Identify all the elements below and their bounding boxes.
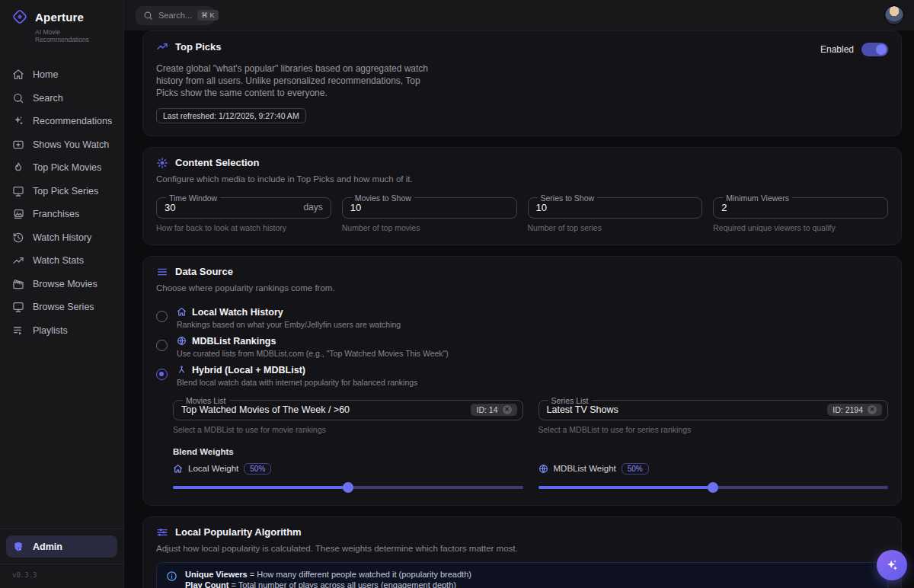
field-label: Minimum Viewers: [723, 193, 792, 203]
sidebar-item-label: Top Pick Series: [33, 186, 98, 197]
playlist-icon: [12, 324, 24, 337]
field-value-input[interactable]: 10: [350, 202, 361, 213]
section-subtitle: Configure which media to include in Top …: [156, 174, 888, 184]
info-text: = Total number of plays across all users…: [232, 580, 456, 588]
field-helper: Number of top series: [528, 223, 703, 232]
field-helper: Required unique viewers to qualify: [713, 223, 888, 232]
slider-label: Local Weight: [188, 464, 238, 473]
history-icon: [12, 232, 24, 244]
local-weight-slider-group: Local Weight 50%: [173, 463, 523, 493]
blend-weights-title: Blend Weights: [173, 447, 888, 456]
radio-label: Local Watch History: [192, 307, 283, 318]
info-term: Play Count: [185, 580, 228, 588]
last-refreshed-badge: Last refreshed: 1/12/2026, 9:27:40 AM: [156, 108, 306, 123]
sidebar-item-search[interactable]: Search: [6, 87, 117, 110]
local-weight-slider[interactable]: [173, 482, 523, 493]
image-stack-icon: [12, 208, 24, 220]
sliders-icon: [156, 526, 168, 538]
top-picks-card: Top Picks Enabled Create global "what's …: [142, 30, 902, 136]
radio-description: Rankings based on what your Emby/Jellyfi…: [177, 320, 401, 329]
field-series-to-show: Series to Show 10 Number of top series: [528, 193, 703, 232]
user-avatar[interactable]: [884, 5, 904, 25]
sidebar-item-label: Playlists: [33, 325, 68, 336]
field-value-input[interactable]: 30: [165, 202, 175, 213]
sparkles-icon: [884, 558, 900, 573]
sidebar-item-top-pick-series[interactable]: Top Pick Series: [6, 180, 117, 203]
blend-weights-section: Blend Weights Local Weight 50%: [173, 447, 888, 493]
slider-thumb[interactable]: [343, 482, 353, 493]
home-icon: [177, 307, 187, 317]
sidebar-item-shows-you-watch[interactable]: Shows You Watch: [6, 133, 117, 157]
data-source-radio-group: Local Watch History Rankings based on wh…: [156, 300, 888, 387]
sidebar-nav: Home Search Recommendations Shows You Wa…: [0, 63, 123, 342]
home-icon: [173, 464, 183, 474]
trending-up-icon: [156, 40, 168, 53]
sidebar-item-franchises[interactable]: Franchises: [6, 203, 117, 226]
sidebar-item-top-pick-movies[interactable]: Top Pick Movies: [6, 156, 117, 180]
sidebar-item-playlists[interactable]: Playlists: [6, 319, 117, 343]
sidebar-item-home[interactable]: Home: [6, 63, 117, 87]
percent-badge: 50%: [244, 463, 271, 475]
slider-label: MDBList Weight: [554, 464, 616, 473]
sidebar-item-label: Browse Movies: [33, 279, 97, 289]
series-list-field: Series List Latest TV Shows ID: 2194 ✕ S…: [538, 396, 889, 434]
radio-option-local-watch-history[interactable]: Local Watch History Rankings based on wh…: [156, 307, 888, 329]
sidebar-item-label: Home: [33, 69, 58, 80]
search-icon: [12, 92, 24, 104]
clear-icon[interactable]: ✕: [503, 405, 512, 414]
admin-label: Admin: [33, 542, 62, 552]
radio-button[interactable]: [156, 311, 168, 322]
slider-fill: [173, 486, 348, 489]
mdblist-weight-slider[interactable]: [538, 482, 889, 493]
sidebar-item-admin[interactable]: Admin: [6, 535, 117, 558]
sidebar-item-label: Recommendations: [33, 116, 112, 126]
info-term: Unique Viewers: [185, 570, 248, 579]
slider-thumb[interactable]: [708, 482, 718, 493]
id-badge-text: ID: 2194: [833, 405, 863, 414]
field-value-input[interactable]: 2: [721, 202, 727, 213]
clear-icon[interactable]: ✕: [868, 405, 877, 414]
search-input[interactable]: Search... ⌘ K: [136, 6, 215, 25]
flame-icon: [12, 161, 24, 174]
radio-label: Hybrid (Local + MDBList): [192, 365, 305, 375]
field-helper: How far back to look at watch history: [156, 223, 331, 232]
movies-list-value[interactable]: Top Watched Movies of The Week / >60: [181, 404, 350, 415]
app-title: Aperture: [35, 11, 84, 24]
top-picks-description: Create global "what's popular" libraries…: [156, 63, 441, 100]
series-list-value[interactable]: Latest TV Shows: [547, 404, 618, 415]
field-value-input[interactable]: 10: [536, 202, 547, 213]
series-list-id-badge[interactable]: ID: 2194 ✕: [827, 404, 882, 416]
field-minimum-viewers: Minimum Viewers 2 Required unique viewer…: [713, 193, 888, 232]
sidebar-item-recommendations[interactable]: Recommendations: [6, 110, 117, 133]
enabled-toggle[interactable]: [861, 43, 888, 56]
radio-button[interactable]: [156, 340, 168, 351]
sidebar-item-label: Shows You Watch: [33, 139, 109, 150]
aperture-logo-icon: [12, 9, 27, 24]
radio-option-mdblist-rankings[interactable]: MDBList Rankings Use curated lists from …: [156, 336, 888, 358]
movies-list-id-badge[interactable]: ID: 14 ✕: [471, 404, 516, 416]
field-suffix: days: [303, 202, 322, 213]
page-title: Top Picks: [175, 41, 221, 53]
section-title: Content Selection: [175, 157, 260, 168]
content-selection-card: Content Selection Configure which media …: [142, 147, 902, 245]
section-subtitle: Choose where popularity rankings come fr…: [156, 283, 888, 292]
sidebar-item-browse-movies[interactable]: Browse Movies: [6, 273, 117, 296]
radio-option-hybrid[interactable]: Hybrid (Local + MDBList) Blend local wat…: [156, 365, 888, 387]
sidebar-item-browse-series[interactable]: Browse Series: [6, 296, 117, 319]
radio-description: Blend local watch data with internet pop…: [177, 378, 417, 387]
main-area: Search... ⌘ K Top Picks Enabled: [124, 0, 914, 588]
list-icon: [156, 266, 168, 278]
sidebar-item-watch-stats[interactable]: Watch Stats: [6, 249, 117, 273]
search-icon: [143, 11, 153, 21]
sidebar-item-watch-history[interactable]: Watch History: [6, 226, 117, 250]
algorithm-card: Local Popularity Algorithm Adjust how lo…: [142, 516, 902, 588]
info-line: Unique Viewers = How many different peop…: [185, 570, 471, 580]
ai-assistant-fab-button[interactable]: [877, 550, 907, 580]
trending-up-icon: [12, 254, 24, 267]
sidebar-item-label: Watch Stats: [33, 255, 84, 266]
section-title: Local Popularity Algorithm: [175, 526, 302, 538]
radio-button-selected[interactable]: [156, 369, 168, 380]
info-text: = How many different people watched it (…: [250, 570, 471, 579]
brand: Aperture AI Movie Recommendations: [0, 0, 123, 46]
movies-list-field: Movies List Top Watched Movies of The We…: [173, 396, 523, 434]
